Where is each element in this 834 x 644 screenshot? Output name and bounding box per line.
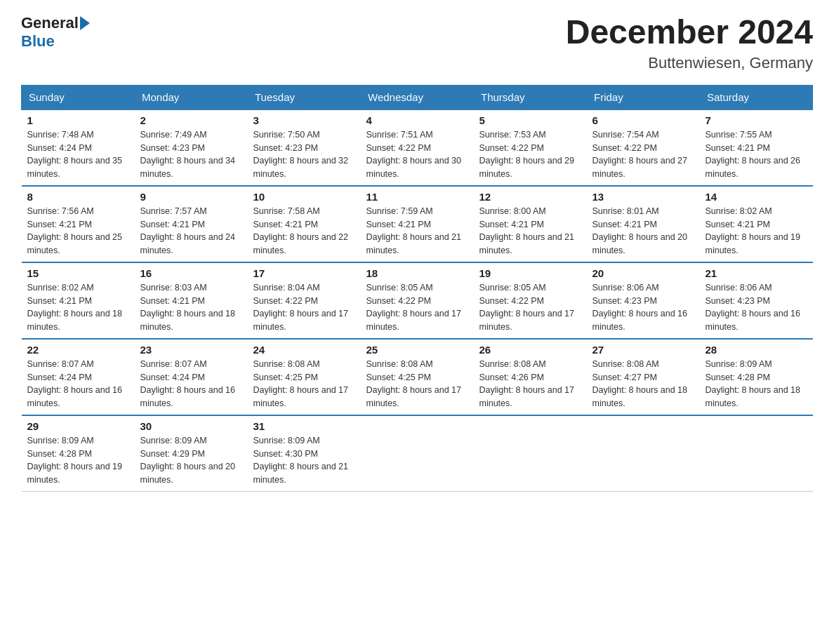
day-number: 17 — [253, 267, 355, 279]
day-info: Sunrise: 7:51 AMSunset: 4:22 PMDaylight:… — [366, 128, 468, 181]
week-row-1: 1 Sunrise: 7:48 AMSunset: 4:24 PMDayligh… — [22, 109, 813, 186]
day-number: 28 — [706, 344, 807, 356]
day-info: Sunrise: 8:00 AMSunset: 4:21 PMDaylight:… — [479, 205, 581, 257]
header-monday: Monday — [135, 85, 248, 109]
title-block: December 2024 Buttenwiesen, Germany — [566, 14, 813, 72]
calendar-cell: 15 Sunrise: 8:02 AMSunset: 4:21 PMDaylig… — [22, 262, 135, 339]
day-number: 29 — [27, 420, 129, 432]
calendar-cell: 21 Sunrise: 8:06 AMSunset: 4:23 PMDaylig… — [700, 262, 813, 339]
calendar-cell: 23 Sunrise: 8:07 AMSunset: 4:24 PMDaylig… — [135, 339, 248, 415]
day-info: Sunrise: 8:03 AMSunset: 4:21 PMDaylight:… — [140, 281, 242, 334]
calendar-cell: 16 Sunrise: 8:03 AMSunset: 4:21 PMDaylig… — [135, 262, 248, 339]
day-info: Sunrise: 7:53 AMSunset: 4:22 PMDaylight:… — [479, 128, 581, 181]
day-number: 4 — [366, 114, 468, 126]
calendar-cell: 27 Sunrise: 8:08 AMSunset: 4:27 PMDaylig… — [587, 339, 700, 415]
day-info: Sunrise: 7:56 AMSunset: 4:21 PMDaylight:… — [27, 205, 129, 257]
day-info: Sunrise: 8:09 AMSunset: 4:29 PMDaylight:… — [140, 434, 242, 487]
day-number: 30 — [140, 420, 242, 432]
calendar-cell: 6 Sunrise: 7:54 AMSunset: 4:22 PMDayligh… — [587, 109, 700, 186]
logo-arrow-icon — [80, 16, 90, 30]
day-info: Sunrise: 7:55 AMSunset: 4:21 PMDaylight:… — [706, 128, 807, 181]
header-tuesday: Tuesday — [248, 85, 361, 109]
day-number: 27 — [593, 344, 694, 356]
day-number: 18 — [366, 267, 468, 279]
calendar-cell: 18 Sunrise: 8:05 AMSunset: 4:22 PMDaylig… — [361, 262, 474, 339]
header-sunday: Sunday — [22, 85, 135, 109]
day-info: Sunrise: 8:08 AMSunset: 4:25 PMDaylight:… — [253, 358, 355, 410]
day-info: Sunrise: 8:06 AMSunset: 4:23 PMDaylight:… — [593, 281, 694, 334]
calendar-cell: 2 Sunrise: 7:49 AMSunset: 4:23 PMDayligh… — [135, 109, 248, 186]
calendar-cell: 8 Sunrise: 7:56 AMSunset: 4:21 PMDayligh… — [22, 186, 135, 262]
calendar-cell — [361, 415, 474, 492]
calendar-header: SundayMondayTuesdayWednesdayThursdayFrid… — [22, 85, 813, 109]
calendar-cell: 7 Sunrise: 7:55 AMSunset: 4:21 PMDayligh… — [700, 109, 813, 186]
day-info: Sunrise: 8:09 AMSunset: 4:28 PMDaylight:… — [27, 434, 129, 487]
day-info: Sunrise: 7:59 AMSunset: 4:21 PMDaylight:… — [366, 205, 468, 257]
day-info: Sunrise: 8:09 AMSunset: 4:30 PMDaylight:… — [253, 434, 355, 487]
day-number: 20 — [593, 267, 694, 279]
day-info: Sunrise: 8:09 AMSunset: 4:28 PMDaylight:… — [706, 358, 807, 410]
day-info: Sunrise: 8:04 AMSunset: 4:22 PMDaylight:… — [253, 281, 355, 334]
day-info: Sunrise: 7:54 AMSunset: 4:22 PMDaylight:… — [593, 128, 694, 181]
calendar-cell: 28 Sunrise: 8:09 AMSunset: 4:28 PMDaylig… — [700, 339, 813, 415]
day-number: 19 — [479, 267, 581, 279]
day-info: Sunrise: 8:05 AMSunset: 4:22 PMDaylight:… — [366, 281, 468, 334]
day-info: Sunrise: 8:02 AMSunset: 4:21 PMDaylight:… — [27, 281, 129, 334]
week-row-3: 15 Sunrise: 8:02 AMSunset: 4:21 PMDaylig… — [22, 262, 813, 339]
header-row: SundayMondayTuesdayWednesdayThursdayFrid… — [22, 85, 813, 109]
day-info: Sunrise: 8:08 AMSunset: 4:25 PMDaylight:… — [366, 358, 468, 410]
day-info: Sunrise: 8:07 AMSunset: 4:24 PMDaylight:… — [27, 358, 129, 410]
day-number: 21 — [706, 267, 807, 279]
day-info: Sunrise: 8:07 AMSunset: 4:24 PMDaylight:… — [140, 358, 242, 410]
calendar-cell: 22 Sunrise: 8:07 AMSunset: 4:24 PMDaylig… — [22, 339, 135, 415]
logo-general-text: General — [21, 14, 79, 32]
day-number: 13 — [593, 191, 694, 203]
day-number: 2 — [140, 114, 242, 126]
header-friday: Friday — [587, 85, 700, 109]
week-row-4: 22 Sunrise: 8:07 AMSunset: 4:24 PMDaylig… — [22, 339, 813, 415]
calendar-cell: 24 Sunrise: 8:08 AMSunset: 4:25 PMDaylig… — [248, 339, 361, 415]
calendar-table: SundayMondayTuesdayWednesdayThursdayFrid… — [21, 85, 813, 492]
day-number: 9 — [140, 191, 242, 203]
calendar-cell: 4 Sunrise: 7:51 AMSunset: 4:22 PMDayligh… — [361, 109, 474, 186]
calendar-cell: 26 Sunrise: 8:08 AMSunset: 4:26 PMDaylig… — [474, 339, 587, 415]
day-info: Sunrise: 7:49 AMSunset: 4:23 PMDaylight:… — [140, 128, 242, 181]
calendar-cell: 13 Sunrise: 8:01 AMSunset: 4:21 PMDaylig… — [587, 186, 700, 262]
logo: General Blue — [21, 14, 91, 51]
header-saturday: Saturday — [700, 85, 813, 109]
calendar-cell: 5 Sunrise: 7:53 AMSunset: 4:22 PMDayligh… — [474, 109, 587, 186]
day-number: 22 — [27, 344, 129, 356]
day-number: 16 — [140, 267, 242, 279]
week-row-2: 8 Sunrise: 7:56 AMSunset: 4:21 PMDayligh… — [22, 186, 813, 262]
page-title: December 2024 — [566, 14, 813, 51]
day-info: Sunrise: 7:58 AMSunset: 4:21 PMDaylight:… — [253, 205, 355, 257]
calendar-cell: 20 Sunrise: 8:06 AMSunset: 4:23 PMDaylig… — [587, 262, 700, 339]
day-number: 31 — [253, 420, 355, 432]
day-info: Sunrise: 7:48 AMSunset: 4:24 PMDaylight:… — [27, 128, 129, 181]
day-info: Sunrise: 8:08 AMSunset: 4:27 PMDaylight:… — [593, 358, 694, 410]
logo-blue-text: Blue — [21, 32, 55, 51]
day-number: 23 — [140, 344, 242, 356]
day-info: Sunrise: 8:01 AMSunset: 4:21 PMDaylight:… — [593, 205, 694, 257]
calendar-cell: 10 Sunrise: 7:58 AMSunset: 4:21 PMDaylig… — [248, 186, 361, 262]
calendar-cell: 30 Sunrise: 8:09 AMSunset: 4:29 PMDaylig… — [135, 415, 248, 492]
day-info: Sunrise: 8:06 AMSunset: 4:23 PMDaylight:… — [706, 281, 807, 334]
day-number: 1 — [27, 114, 129, 126]
calendar-cell — [587, 415, 700, 492]
day-info: Sunrise: 8:02 AMSunset: 4:21 PMDaylight:… — [706, 205, 807, 257]
week-row-5: 29 Sunrise: 8:09 AMSunset: 4:28 PMDaylig… — [22, 415, 813, 492]
day-info: Sunrise: 7:57 AMSunset: 4:21 PMDaylight:… — [140, 205, 242, 257]
header-thursday: Thursday — [474, 85, 587, 109]
day-number: 7 — [706, 114, 807, 126]
day-number: 3 — [253, 114, 355, 126]
day-number: 14 — [706, 191, 807, 203]
calendar-cell: 3 Sunrise: 7:50 AMSunset: 4:23 PMDayligh… — [248, 109, 361, 186]
day-number: 15 — [27, 267, 129, 279]
header-wednesday: Wednesday — [361, 85, 474, 109]
page-header: General Blue December 2024 Buttenwiesen,… — [21, 14, 813, 72]
calendar-cell — [700, 415, 813, 492]
calendar-cell: 1 Sunrise: 7:48 AMSunset: 4:24 PMDayligh… — [22, 109, 135, 186]
day-number: 5 — [479, 114, 581, 126]
calendar-cell: 31 Sunrise: 8:09 AMSunset: 4:30 PMDaylig… — [248, 415, 361, 492]
day-number: 24 — [253, 344, 355, 356]
